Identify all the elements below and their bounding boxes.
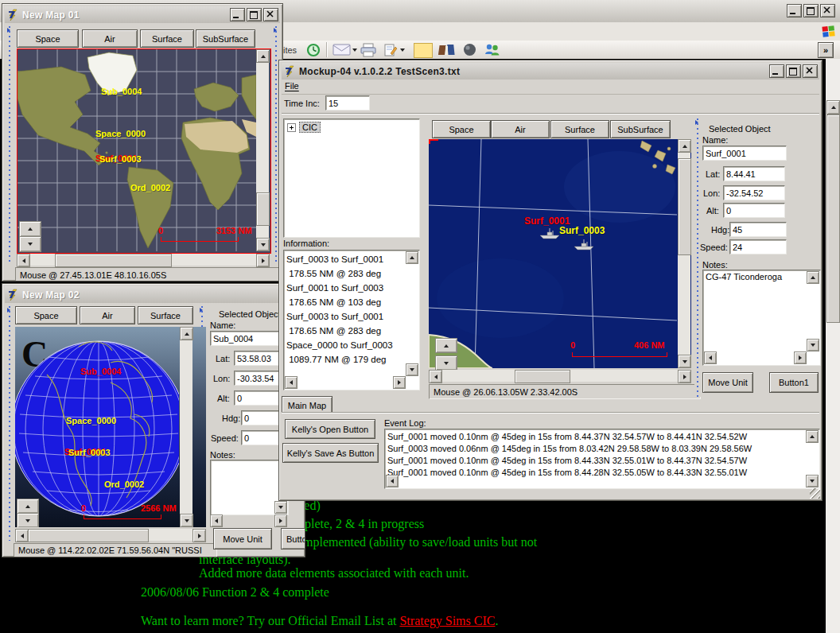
unit-label-sub-0004[interactable]: Sub_0004 xyxy=(80,367,121,376)
scroll-left-button[interactable] xyxy=(386,475,399,487)
discuss-icon[interactable] xyxy=(438,43,456,56)
history-icon[interactable] xyxy=(305,42,321,58)
mockup-right-splitter[interactable] xyxy=(694,118,701,397)
map01-close-button[interactable] xyxy=(263,8,278,21)
map01-tab-air[interactable]: Air xyxy=(82,29,138,48)
scrollbar-thumb[interactable] xyxy=(28,529,149,542)
hdg-field[interactable] xyxy=(729,222,787,237)
browser-maximize-button[interactable] xyxy=(803,4,819,17)
scroll-up-button[interactable] xyxy=(807,271,819,284)
map01-titlebar[interactable]: New Map 01 xyxy=(5,6,280,23)
mockup-tab-subsurface[interactable]: SubSurface xyxy=(610,120,671,138)
unit-label-space-0000[interactable]: Space_0000 xyxy=(66,416,116,425)
scrollbar-thumb[interactable] xyxy=(678,158,691,255)
map02-hscrollbar[interactable] xyxy=(15,529,206,541)
main-map-tab[interactable]: Main Map xyxy=(282,396,332,414)
scroll-left-button[interactable] xyxy=(15,529,29,542)
map01-left-splitter[interactable] xyxy=(6,26,13,265)
cic-treeview[interactable]: CIC xyxy=(283,118,420,238)
map02-map-area[interactable]: C xyxy=(15,327,206,527)
favorites-button-fragment[interactable]: ites xyxy=(283,45,297,55)
scroll-up-button[interactable] xyxy=(806,430,819,443)
mockup-tab-air[interactable]: Air xyxy=(491,120,550,138)
map01-zoom-out-button[interactable] xyxy=(19,236,41,252)
mail-icon[interactable] xyxy=(332,44,352,56)
menu-file[interactable]: File xyxy=(285,81,299,91)
speed-field[interactable] xyxy=(729,239,787,254)
scroll-down-button[interactable] xyxy=(180,514,193,527)
unit-label-ord-0002[interactable]: Ord_0002 xyxy=(130,183,170,192)
map02-zoom-out-button[interactable] xyxy=(17,513,39,527)
map02-tab-air[interactable]: Air xyxy=(80,306,135,324)
information-listbox[interactable]: Surf_0003 to Surf_0001 178.55 NM @ 283 d… xyxy=(283,250,420,390)
map02-notes-box[interactable] xyxy=(210,460,289,515)
kellys-save-as-button[interactable]: Kelly's Save As Button xyxy=(282,443,379,463)
scrollbar-thumb[interactable] xyxy=(515,370,570,383)
scroll-up-button[interactable] xyxy=(826,100,840,115)
map01-tab-space[interactable]: Space xyxy=(17,29,79,48)
edit-icon[interactable] xyxy=(383,43,398,57)
browser-scrollbar[interactable] xyxy=(826,59,840,633)
scroll-down-button[interactable] xyxy=(256,238,270,251)
scroll-right-button[interactable] xyxy=(393,376,406,389)
unit-label-surf-0003[interactable]: Surf_0003 xyxy=(559,225,605,236)
scroll-right-button[interactable] xyxy=(794,351,807,364)
scroll-left-button[interactable] xyxy=(285,376,298,389)
time-inc-field[interactable] xyxy=(325,95,370,111)
mockup-close-button[interactable] xyxy=(803,64,818,78)
kellys-open-button[interactable]: Kelly's Open Button xyxy=(285,419,375,439)
scroll-left-button[interactable] xyxy=(704,351,717,364)
event-log-listbox[interactable]: Surf_0001 moved 0.10nm @ 45deg in 15s fr… xyxy=(384,429,820,489)
mockup-minimize-button[interactable] xyxy=(769,64,784,78)
map01-zoom-in-button[interactable] xyxy=(19,221,41,237)
map01-hscrollbar[interactable] xyxy=(17,254,270,266)
scroll-right-button[interactable] xyxy=(274,515,287,527)
move-unit-button[interactable]: Move Unit xyxy=(702,372,753,393)
scroll-up-button[interactable] xyxy=(678,139,691,153)
notes-box[interactable]: CG-47 Ticonderoga xyxy=(702,270,821,366)
scroll-left-button[interactable] xyxy=(210,515,223,527)
map02-left-splitter[interactable] xyxy=(6,306,13,541)
scroll-down-button[interactable] xyxy=(678,355,691,368)
map02-move-unit-button[interactable]: Move Unit xyxy=(213,528,272,550)
alt-field[interactable] xyxy=(723,203,785,218)
scroll-down-button[interactable] xyxy=(274,501,287,514)
scroll-left-button[interactable] xyxy=(17,254,30,267)
map02-zoom-in-button[interactable] xyxy=(17,499,39,514)
scroll-down-button[interactable] xyxy=(807,339,819,351)
mockup-vscrollbar[interactable] xyxy=(678,139,690,368)
map01-minimize-button[interactable] xyxy=(230,8,245,21)
tree-node-cic[interactable]: CIC xyxy=(299,122,321,133)
mockup-tab-space[interactable]: Space xyxy=(432,120,491,138)
scroll-right-button[interactable] xyxy=(192,529,206,542)
scroll-up-button[interactable] xyxy=(406,251,418,264)
map02-titlebar[interactable]: New Map 02 xyxy=(5,286,302,303)
mockup-titlebar[interactable]: Mockup-04 v.1.0.2.2 TestScen3.txt xyxy=(282,63,819,80)
name-field[interactable] xyxy=(702,146,787,161)
scrollbar-thumb[interactable] xyxy=(55,254,172,267)
resize-grip[interactable] xyxy=(810,488,820,499)
unit-label-space-0000[interactable]: Space_0000 xyxy=(95,129,146,138)
browser-close-button[interactable] xyxy=(820,4,835,17)
mockup-hscrollbar[interactable] xyxy=(429,370,691,382)
unit-label-surf-0003[interactable]: Surf_0003 xyxy=(99,154,142,164)
lat-field[interactable] xyxy=(723,166,785,181)
map01-vscrollbar[interactable] xyxy=(256,49,269,251)
print-icon[interactable] xyxy=(360,43,377,57)
scroll-up-button[interactable] xyxy=(180,327,193,340)
scrollbar-thumb[interactable] xyxy=(826,115,840,323)
map02-vscrollbar[interactable] xyxy=(180,327,192,527)
messenger-icon[interactable] xyxy=(484,42,501,57)
scroll-down-button[interactable] xyxy=(406,363,418,376)
map02-tab-space[interactable]: Space xyxy=(15,306,77,324)
scroll-right-button[interactable] xyxy=(678,370,691,383)
mockup-zoom-out-button[interactable] xyxy=(435,355,457,371)
scroll-up-button[interactable] xyxy=(256,49,270,63)
unit-label-ord-0002[interactable]: Ord_0002 xyxy=(104,480,144,489)
globe-icon[interactable] xyxy=(462,42,477,57)
mockup-maximize-button[interactable] xyxy=(786,64,801,78)
notes-icon[interactable] xyxy=(414,43,433,58)
scroll-down-button[interactable] xyxy=(806,475,819,487)
scroll-left-button[interactable] xyxy=(429,370,442,383)
strategy-sims-cic-link[interactable]: Strategy Sims CIC xyxy=(399,614,495,627)
